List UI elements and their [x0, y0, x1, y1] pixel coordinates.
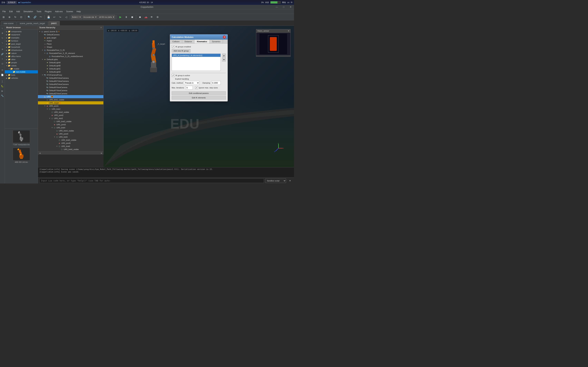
menu-plugins[interactable]: Plugins	[43, 10, 53, 13]
close-button[interactable]: ✕	[287, 5, 294, 9]
edit-conditional-btn[interactable]: Edit conditional params	[172, 91, 226, 95]
tree-item-components[interactable]: ▶ 📁 components	[5, 30, 38, 33]
record-btn[interactable]: ⏺	[137, 15, 143, 19]
edit-ik-elements-btn[interactable]: Edit IK elements	[172, 96, 226, 100]
left-icon-script[interactable]: 📄	[0, 73, 4, 77]
ik-active-checkbox[interactable]	[172, 74, 174, 77]
tree-item-equipment[interactable]: ▶ 📁 equipment	[5, 33, 38, 36]
left-icon-rotate[interactable]: ↻	[0, 36, 4, 40]
left-icon-layers[interactable]: ⊟	[0, 62, 4, 66]
left-icon-scale[interactable]: ⤡	[0, 41, 4, 45]
scene-tree[interactable]: ▼ ◎ pass1 {scene 3} ⚙ 📷 DefaultCamera	[38, 30, 103, 151]
left-icon-sim[interactable]: ▶	[0, 89, 4, 93]
scene-item-y-cam[interactable]: 📷 DefaultYViewCamera	[38, 89, 103, 92]
scene-item-x-cam[interactable]: 📷 DefaultXViewCamera	[38, 86, 103, 89]
preview-abb[interactable]: ABB IRB 140.ttm	[13, 148, 30, 163]
ik-group-list[interactable]: UR5_ik [containing 1 ik element(s)]	[172, 54, 221, 71]
play-btn[interactable]: ▶	[118, 15, 123, 19]
left-icon-wrench[interactable]: 🔧	[0, 94, 4, 98]
ik-up-btn[interactable]: ▲	[222, 54, 226, 57]
left-icon-select[interactable]: ↖	[0, 26, 4, 31]
scroll-left-btn[interactable]: ◀	[39, 152, 41, 154]
scene-item-xyz-proxy[interactable]: ▼ 📷 XYZCameraProxy	[38, 73, 103, 76]
dialog-tab-collision[interactable]: Collision	[170, 40, 182, 43]
max-iter-input[interactable]	[186, 86, 193, 90]
menu-simulation[interactable]: Simulation	[22, 10, 35, 13]
scene-item-lightC[interactable]: ☀ DefaultLightC	[38, 67, 103, 70]
ignore-maxstep-checkbox[interactable]	[195, 86, 198, 89]
toolbar-undo-btn[interactable]: ↩	[52, 15, 57, 19]
physics-dropdown[interactable]: Bullet 2 ▼	[71, 15, 82, 19]
scene-item-link2[interactable]: ▼ ⬡ UR5_link2	[38, 108, 103, 111]
input-method[interactable]: 中	[291, 1, 293, 4]
scene-item-link4-vis[interactable]: ⬡ UR5_link4_visible	[38, 129, 103, 132]
tree-item-furniture[interactable]: ▶ 📁 furniture	[5, 39, 38, 42]
scene-item-nx-cam[interactable]: 📷 DefaultNXViewCamera	[38, 76, 103, 80]
tree-item-mobile[interactable]: ▼ 📂 mobile	[5, 67, 38, 70]
scene-item-lightB[interactable]: ☀ DefaultLightB	[38, 64, 103, 67]
scene-item-shape[interactable]: ⬡ Shape	[38, 45, 103, 49]
tree-item-examples[interactable]: ▶ 📁 examples	[5, 36, 38, 39]
menu-file[interactable]: File	[1, 10, 8, 13]
tree-item-vehicles[interactable]: ▶ 📁 vehicles	[5, 76, 38, 80]
scene-item-link4[interactable]: ▼ ⬡ UR5_link4	[38, 126, 103, 129]
tree-item-household[interactable]: ▶ 📁 household	[5, 45, 38, 49]
settings-btn[interactable]: ⚙	[155, 15, 160, 19]
scene-item-nz-cam[interactable]: 📷 DefaultNZViewCamera	[38, 83, 103, 86]
toolbar-grid-btn[interactable]: ⊞	[1, 15, 6, 19]
tree-item-goal-target[interactable]: ▶ 📁 goal_target	[5, 42, 38, 45]
tree-item-office[interactable]: ▶ 📁 office items	[5, 55, 38, 58]
scene-item-joint2[interactable]: ⊕ UR5_joint2	[38, 114, 103, 117]
left-icon-link[interactable]: 🔗	[0, 52, 4, 56]
scene-item-ny-cam[interactable]: 📷 DefaultNYViewCamera	[38, 80, 103, 83]
scene-item-joint3[interactable]: ⊕ UR5_joint3	[38, 123, 103, 126]
scene-item-floor[interactable]: ▼ ⊡ ResizableFloor_5_25	[38, 49, 103, 52]
add-ik-group-btn[interactable]: Add new IK group	[172, 49, 190, 53]
eye-btn[interactable]: 👁	[149, 15, 154, 19]
toolbar-obj-btn[interactable]: ⊕	[7, 15, 12, 19]
viewport-area[interactable]: _5_target EDU x z y a: -18	[104, 26, 294, 167]
scene-item-link5[interactable]: ▼ ⬡ UR5_link5	[38, 135, 103, 139]
scene-item-floor-vis[interactable]: ⊡ ResizableFloor_5_25_visibleElement	[38, 55, 103, 58]
left-icon-ik[interactable]: ⚙	[0, 68, 4, 72]
scene-close-icon[interactable]: ✕	[100, 26, 102, 29]
dialog-tab-kinematics[interactable]: Kinematics	[194, 40, 210, 43]
lua-close-btn[interactable]: ✕	[287, 178, 293, 183]
dialog-tab-distance[interactable]: Distance	[182, 40, 195, 43]
scene-item-link6-vis[interactable]: ⬡ UR5_link6_visible	[38, 148, 103, 151]
scene-item-ur5-link1[interactable]: ⬡ UR5_link1_visible	[38, 98, 103, 101]
tree-item-tools[interactable]: ▶ 📁 tools	[5, 73, 38, 76]
timestep-dropdown[interactable]: dt=50 ms (defa ▼	[98, 15, 115, 19]
tree-item-non-mobile[interactable]: 📁 non-mobile	[5, 70, 38, 73]
menu-scenes[interactable]: Scenes	[65, 10, 75, 13]
toolbar-save-btn[interactable]: 💾	[46, 15, 51, 19]
scene-item-ur5-target[interactable]: ◈ UR5_target	[38, 101, 103, 104]
lua-input[interactable]	[39, 178, 264, 183]
tree-item-people[interactable]: ▶ 📁 people	[5, 61, 38, 64]
toolbar-link-btn[interactable]: 🔗	[32, 15, 37, 19]
toolbar-refresh-btn[interactable]: ↻	[13, 15, 18, 19]
toolbar-redo-btn[interactable]: ↪	[58, 15, 63, 19]
scene-item-link6[interactable]: ▼ ⬡ UR5_link6	[38, 145, 103, 148]
scene-item-plane[interactable]: ▭ Plane	[38, 42, 103, 45]
ik-down-btn[interactable]: ▼	[222, 58, 226, 61]
tab-pass1[interactable]: pass1	[48, 21, 60, 25]
accuracy-dropdown[interactable]: Accurate (de ▼	[83, 15, 98, 19]
scene-item-lightA[interactable]: ☀ DefaultLightA	[38, 61, 103, 64]
toolbar-frame-btn[interactable]: ⊡	[19, 15, 24, 19]
minimize-button[interactable]: —	[273, 5, 280, 9]
preview-7dof[interactable]: 7 DoF manipulator.ttm	[13, 130, 30, 146]
lua-script-dropdown[interactable]: Sandbox script	[265, 178, 286, 183]
toolbar-zoom-btn[interactable]: 🔍	[26, 15, 32, 19]
scroll-right-btn[interactable]: ▶	[100, 152, 103, 154]
dialog-tab-dynamics[interactable]: Dynamics	[210, 40, 223, 43]
left-icon-move[interactable]: ✥	[0, 31, 4, 35]
calc-method-select[interactable]: Pseudo in	[184, 81, 199, 85]
apps-label[interactable]: 应用程序	[7, 1, 17, 4]
activities-label[interactable]: 活动	[1, 1, 5, 4]
scene-root[interactable]: ▼ ◎ pass1 {scene 3} ⚙	[38, 30, 103, 33]
menu-addons[interactable]: Add-ons	[53, 10, 65, 13]
menu-help[interactable]: Help	[75, 10, 83, 13]
scene-item-ur5[interactable]: ▼ 🦾 UR5 ⚙	[38, 95, 103, 98]
pause-btn[interactable]: ⏸	[124, 15, 129, 19]
